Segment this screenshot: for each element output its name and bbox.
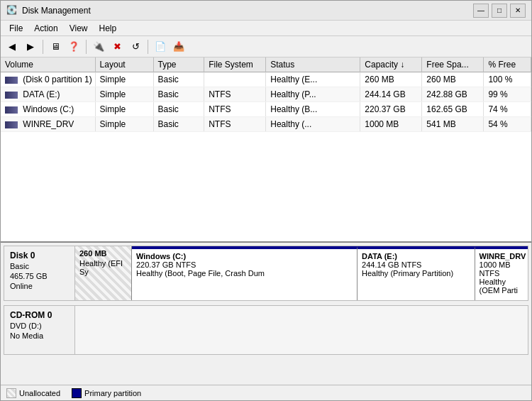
back-button[interactable]: ◀ — [4, 38, 21, 55]
toolbar-separator-3 — [148, 40, 148, 54]
cell-volume: WINRE_DRV — [1, 117, 95, 132]
unallocated-swatch — [6, 388, 16, 398]
disk-map-area[interactable]: Disk 0 Basic 465.75 GB Online 260 MB Hea… — [1, 243, 531, 385]
partition-efi-type: Healthy (EFI Sy — [79, 259, 127, 276]
col-header-layout[interactable]: Layout — [95, 57, 153, 72]
close-button[interactable]: ✕ — [510, 4, 526, 18]
forward-button[interactable]: ▶ — [22, 38, 39, 55]
maximize-button[interactable]: □ — [492, 4, 507, 18]
cell-freespace: 541 MB — [422, 117, 484, 132]
import-button[interactable]: 📥 — [170, 38, 187, 55]
minimize-button[interactable]: — — [473, 4, 489, 18]
cdrom-0-partitions — [75, 306, 528, 354]
menu-view[interactable]: View — [64, 22, 94, 35]
cell-type: Basic — [153, 72, 204, 87]
cell-fs: NTFS — [204, 102, 266, 117]
partition-data[interactable]: DATA (E:) 244.14 GB NTFS Healthy (Primar… — [358, 246, 475, 300]
legend-primary: Primary partition — [72, 388, 141, 398]
cell-status: Healthy (E... — [266, 72, 360, 87]
table-row[interactable]: WINRE_DRV Simple Basic NTFS Healthy (...… — [1, 117, 531, 132]
cell-fs: NTFS — [204, 87, 266, 102]
table-row[interactable]: Windows (C:) Simple Basic NTFS Healthy (… — [1, 102, 531, 117]
volume-icon — [5, 92, 18, 99]
toolbar-separator-1 — [43, 40, 43, 54]
col-header-capacity[interactable]: Capacity ↓ — [360, 57, 422, 72]
cell-fs: NTFS — [204, 117, 266, 132]
legend-unallocated: Unallocated — [6, 388, 60, 398]
table-header-row: Volume Layout Type File System Status Ca… — [1, 57, 531, 72]
partition-c-status: Healthy (Boot, Page File, Crash Dum — [136, 269, 353, 278]
volume-icon — [5, 77, 18, 84]
partition-c-name: Windows (C:) — [136, 252, 353, 260]
cell-volume: Windows (C:) — [1, 102, 95, 117]
cell-type: Basic — [153, 102, 204, 117]
cell-status: Healthy (... — [266, 117, 360, 132]
properties-button[interactable]: 🖥 — [47, 38, 64, 55]
cell-pctfree: 100 % — [484, 72, 531, 87]
partition-efi[interactable]: 260 MB Healthy (EFI Sy — [75, 246, 132, 300]
col-header-status[interactable]: Status — [266, 57, 360, 72]
export-button[interactable]: 📄 — [152, 38, 169, 55]
cell-capacity: 220.37 GB — [360, 102, 422, 117]
delete-button[interactable]: ✖ — [109, 38, 126, 55]
cell-volume: (Disk 0 partition 1) — [1, 72, 95, 87]
col-header-type[interactable]: Type — [153, 57, 204, 72]
cell-freespace: 260 MB — [422, 72, 484, 87]
menu-file[interactable]: File — [4, 22, 28, 35]
partition-winre-status: Healthy (OEM Parti — [480, 278, 523, 295]
partition-efi-size: 260 MB — [79, 249, 127, 258]
cdrom-0-type: DVD (D:) — [10, 322, 69, 330]
partition-winre-fstype: 1000 MB NTFS — [480, 260, 523, 278]
partition-winre[interactable]: WINRE_DRV 1000 MB NTFS Healthy (OEM Part… — [475, 246, 528, 300]
cell-capacity: 260 MB — [360, 72, 422, 87]
cdrom-0-status: No Media — [10, 331, 69, 340]
disk-0-label: Disk 0 Basic 465.75 GB Online — [4, 246, 75, 300]
table-row[interactable]: DATA (E:) Simple Basic NTFS Healthy (P..… — [1, 87, 531, 102]
cell-status: Healthy (P... — [266, 87, 360, 102]
cell-freespace: 242.88 GB — [422, 87, 484, 102]
menu-action[interactable]: Action — [28, 22, 63, 35]
cell-layout: Simple — [95, 102, 153, 117]
cell-freespace: 162.65 GB — [422, 102, 484, 117]
partition-table: Volume Layout Type File System Status Ca… — [1, 57, 531, 132]
primary-swatch — [72, 388, 82, 398]
volume-icon — [5, 106, 18, 114]
cell-type: Basic — [153, 117, 204, 132]
cell-layout: Simple — [95, 72, 153, 87]
partition-e-fstype: 244.14 GB NTFS — [362, 260, 470, 269]
partition-table-area[interactable]: Volume Layout Type File System Status Ca… — [1, 57, 531, 243]
col-header-pctfree[interactable]: % Free — [484, 57, 531, 72]
table-row[interactable]: (Disk 0 partition 1) Simple Basic Health… — [1, 72, 531, 87]
menu-help[interactable]: Help — [94, 22, 123, 35]
cell-layout: Simple — [95, 117, 153, 132]
disk-0-partitions: 260 MB Healthy (EFI Sy Windows (C:) 220.… — [75, 246, 528, 300]
cell-type: Basic — [153, 87, 204, 102]
col-header-volume[interactable]: Volume — [1, 57, 95, 72]
legend-primary-label: Primary partition — [84, 389, 141, 397]
legend-unallocated-label: Unallocated — [19, 389, 60, 397]
main-content: Volume Layout Type File System Status Ca… — [1, 57, 531, 400]
cell-capacity: 1000 MB — [360, 117, 422, 132]
connect-button[interactable]: 🔌 — [90, 38, 107, 55]
app-icon: 💽 — [6, 5, 18, 16]
disk-management-window: 💽 Disk Management — □ ✕ File Action View… — [0, 0, 532, 401]
refresh-button[interactable]: ↺ — [127, 38, 144, 55]
menu-bar: File Action View Help — [1, 21, 531, 36]
col-header-freespace[interactable]: Free Spa... — [422, 57, 484, 72]
partition-windows[interactable]: Windows (C:) 220.37 GB NTFS Healthy (Boo… — [132, 246, 358, 300]
disk-0-size: 465.75 GB — [10, 272, 69, 280]
cell-status: Healthy (B... — [266, 102, 360, 117]
volume-icon — [5, 121, 18, 128]
legend-bar: Unallocated Primary partition — [1, 385, 531, 400]
cdrom-row-0: CD-ROM 0 DVD (D:) No Media — [4, 305, 528, 355]
partition-e-status: Healthy (Primary Partition) — [362, 269, 470, 278]
disk-0-status: Online — [10, 282, 69, 290]
partition-c-fstype: 220.37 GB NTFS — [136, 260, 353, 269]
col-header-filesystem[interactable]: File System — [204, 57, 266, 72]
toolbar-separator-2 — [86, 40, 87, 54]
toolbar: ◀ ▶ 🖥 ❓ 🔌 ✖ ↺ 📄 📥 — [1, 36, 531, 57]
cell-fs — [204, 72, 266, 87]
cdrom-0-label: CD-ROM 0 DVD (D:) No Media — [4, 306, 75, 354]
cell-layout: Simple — [95, 87, 153, 102]
help-button[interactable]: ❓ — [65, 38, 82, 55]
